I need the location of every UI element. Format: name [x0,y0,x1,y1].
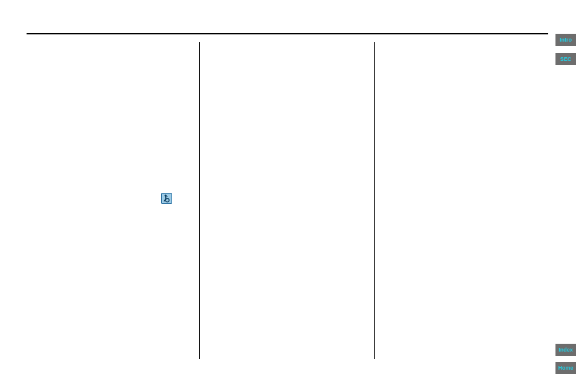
header-rule [27,33,548,34]
column-divider-2 [374,42,375,359]
nav-intro-button[interactable]: Intro [555,34,576,46]
column-divider-1 [199,42,200,359]
nav-home-button[interactable]: Home [555,362,576,374]
accessibility-icon[interactable] [161,193,172,204]
nav-index-button[interactable]: Index [555,344,576,356]
nav-sec-button[interactable]: SEC [555,53,576,65]
